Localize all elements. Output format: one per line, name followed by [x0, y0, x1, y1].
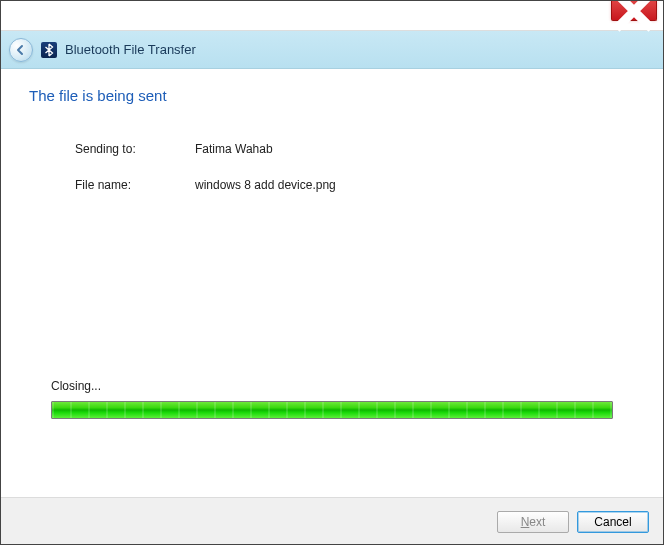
progress-bar [51, 401, 613, 419]
bluetooth-icon [41, 42, 57, 58]
wizard-content: The file is being sent Sending to: Fatim… [1, 69, 663, 497]
page-heading: The file is being sent [29, 87, 635, 104]
cancel-button[interactable]: Cancel [577, 511, 649, 533]
progress-fill [52, 402, 612, 418]
file-name-value: windows 8 add device.png [195, 178, 336, 192]
window-title: Bluetooth File Transfer [65, 42, 196, 57]
wizard-footer: Next Cancel [1, 497, 663, 545]
wizard-header: Bluetooth File Transfer [1, 31, 663, 69]
next-button[interactable]: Next [497, 511, 569, 533]
close-button[interactable] [611, 1, 657, 21]
file-name-label: File name: [75, 178, 195, 192]
back-button[interactable] [9, 38, 33, 62]
next-button-label: ext [529, 515, 545, 529]
progress-section: Closing... [51, 379, 613, 419]
back-arrow-icon [15, 44, 27, 56]
sending-to-value: Fatima Wahab [195, 142, 273, 156]
transfer-info: Sending to: Fatima Wahab File name: wind… [29, 142, 635, 192]
progress-status-label: Closing... [51, 379, 613, 393]
close-icon [612, 0, 656, 33]
file-name-row: File name: windows 8 add device.png [75, 178, 635, 192]
sending-to-label: Sending to: [75, 142, 195, 156]
sending-to-row: Sending to: Fatima Wahab [75, 142, 635, 156]
window-titlebar [1, 1, 663, 31]
